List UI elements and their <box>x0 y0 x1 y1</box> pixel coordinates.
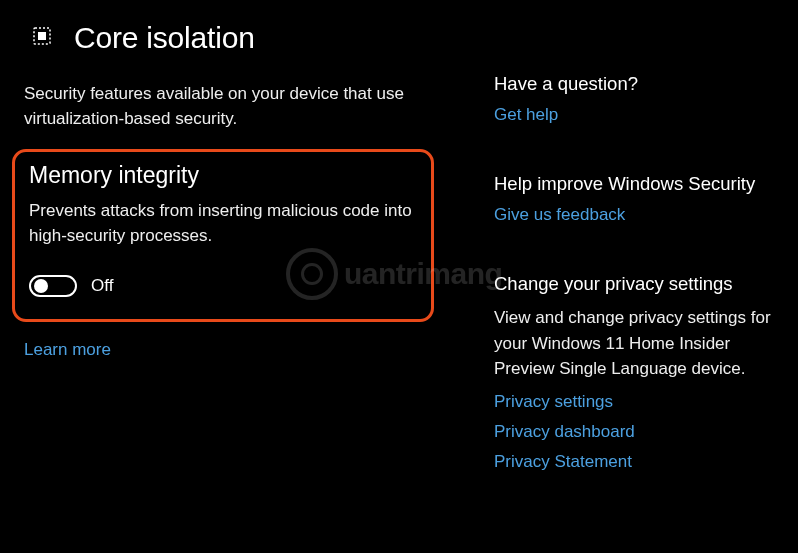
feedback-link[interactable]: Give us feedback <box>494 205 774 225</box>
get-help-link[interactable]: Get help <box>494 105 774 125</box>
toggle-state-label: Off <box>91 276 113 296</box>
page-subtitle: Security features available on your devi… <box>24 82 424 131</box>
page-header: Core isolation <box>24 18 434 58</box>
memory-integrity-title: Memory integrity <box>29 162 417 189</box>
svg-rect-1 <box>38 32 46 40</box>
memory-integrity-toggle[interactable] <box>29 275 77 297</box>
memory-integrity-section: Memory integrity Prevents attacks from i… <box>12 149 434 321</box>
privacy-body: View and change privacy settings for you… <box>494 305 774 382</box>
core-isolation-icon <box>24 18 60 58</box>
privacy-statement-link[interactable]: Privacy Statement <box>494 452 774 472</box>
improve-section: Help improve Windows Security Give us fe… <box>494 173 774 225</box>
privacy-heading: Change your privacy settings <box>494 273 774 295</box>
privacy-section: Change your privacy settings View and ch… <box>494 273 774 472</box>
toggle-knob <box>34 279 48 293</box>
question-heading: Have a question? <box>494 73 774 95</box>
privacy-settings-link[interactable]: Privacy settings <box>494 392 774 412</box>
memory-integrity-description: Prevents attacks from inserting maliciou… <box>29 199 417 248</box>
page-title: Core isolation <box>74 21 255 55</box>
privacy-dashboard-link[interactable]: Privacy dashboard <box>494 422 774 442</box>
question-section: Have a question? Get help <box>494 73 774 125</box>
improve-heading: Help improve Windows Security <box>494 173 774 195</box>
learn-more-link[interactable]: Learn more <box>24 340 434 360</box>
